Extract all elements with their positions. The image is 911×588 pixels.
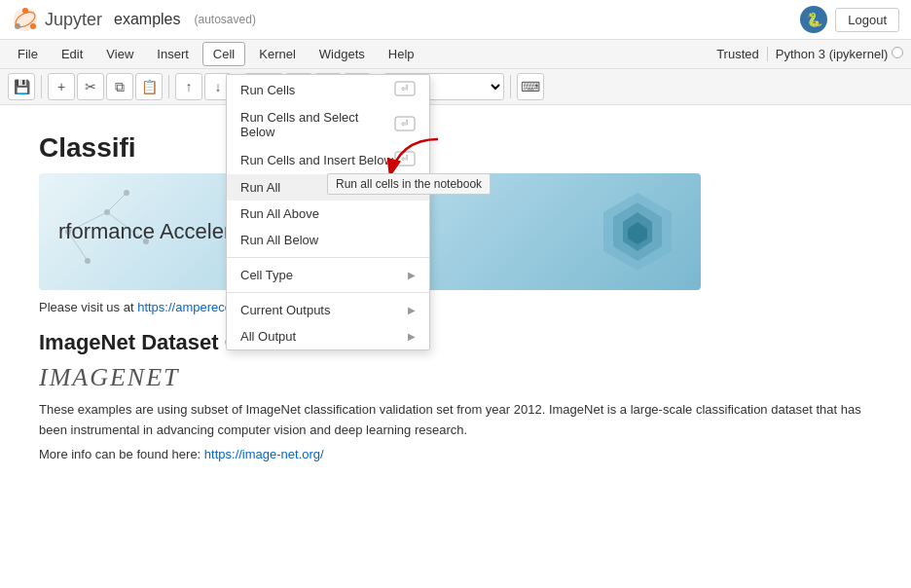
add-cell-button[interactable]: +	[48, 73, 75, 100]
visit-text: Please visit us at https://amperecomputi…	[39, 300, 872, 314]
copy-button[interactable]: ⧉	[106, 73, 133, 100]
menubar: File Edit View Insert Cell Kernel Widget…	[0, 40, 911, 69]
kernel-info: Trusted Python 3 (ipykernel)	[716, 47, 903, 61]
menu-edit[interactable]: Edit	[52, 43, 92, 65]
menu-cell-type[interactable]: Cell Type	[227, 262, 429, 288]
svg-text:⏎: ⏎	[401, 84, 409, 93]
menu-widgets[interactable]: Widgets	[310, 43, 375, 65]
jupyter-logo-text: Jupyter	[45, 10, 102, 30]
svg-point-2	[30, 23, 36, 29]
jupyter-logo-icon	[12, 6, 39, 33]
toolbar-sep-2	[168, 75, 169, 98]
kernel-status-indicator	[892, 47, 903, 58]
menu-divider-1	[227, 257, 429, 258]
svg-line-19	[68, 232, 88, 261]
trusted-label: Trusted	[716, 47, 759, 61]
menu-run-all-below[interactable]: Run All Below	[227, 227, 429, 253]
keyboard-shortcuts-button[interactable]: ⌨	[517, 73, 544, 100]
imagenet-description: These examples are using subset of Image…	[39, 400, 872, 441]
notebook-title[interactable]: examples	[114, 11, 180, 28]
svg-text:⏎: ⏎	[401, 119, 409, 129]
svg-line-20	[107, 193, 127, 212]
menu-help[interactable]: Help	[379, 43, 424, 65]
menu-file[interactable]: File	[8, 43, 48, 65]
menu-insert[interactable]: Insert	[147, 43, 199, 65]
topbar-right: 🐍 Logout	[800, 6, 899, 33]
svg-line-17	[68, 212, 107, 232]
paste-button[interactable]: 📋	[135, 73, 163, 100]
save-button[interactable]: 💾	[8, 73, 35, 100]
toolbar-sep-1	[41, 75, 42, 98]
toolbar-sep-5	[510, 75, 511, 98]
imagenet-logo: IMAGENET	[39, 363, 872, 392]
logout-button[interactable]: Logout	[835, 8, 899, 32]
kernel-name: Python 3 (ipykernel)	[767, 47, 903, 61]
imagenet-section-heading: ImageNet Dataset Overview	[39, 330, 872, 355]
banner-brain-icon	[594, 188, 681, 276]
run-cells-shortcut-icon: ⏎	[394, 81, 416, 96]
move-up-button[interactable]: ↑	[175, 73, 202, 100]
menu-view[interactable]: View	[96, 43, 143, 65]
toolbar: 💾 + ✂ ⧉ 📋 ↑ ↓ ▶ ■ ↺ ⏭ Code Markdown Raw …	[0, 69, 911, 105]
topbar-left: Jupyter examples (autosaved)	[12, 6, 256, 33]
jupyter-logo: Jupyter	[12, 6, 102, 33]
menu-cell[interactable]: Cell	[202, 42, 245, 66]
autosaved-label: (autosaved)	[195, 13, 256, 26]
menu-current-outputs[interactable]: Current Outputs	[227, 297, 429, 323]
python-icon: 🐍	[800, 6, 827, 33]
menu-kernel[interactable]: Kernel	[249, 43, 306, 65]
cell-dropdown-menu: Run Cells ⏎ Run Cells and Select Below ⏎…	[226, 74, 430, 350]
imagenet-link[interactable]: https://image-net.org/	[204, 447, 324, 461]
run-select-below-shortcut-icon: ⏎	[394, 116, 416, 131]
more-info-text: More info can be found here: https://ima…	[39, 447, 872, 461]
cut-button[interactable]: ✂	[77, 73, 104, 100]
run-all-tooltip: Run all cells in the notebook	[327, 173, 491, 195]
menu-run-all-above[interactable]: Run All Above	[227, 201, 429, 227]
svg-line-18	[107, 212, 146, 241]
menu-run-cells[interactable]: Run Cells ⏎	[227, 75, 429, 104]
menu-all-output[interactable]: All Output	[227, 323, 429, 349]
menu-divider-2	[227, 292, 429, 293]
